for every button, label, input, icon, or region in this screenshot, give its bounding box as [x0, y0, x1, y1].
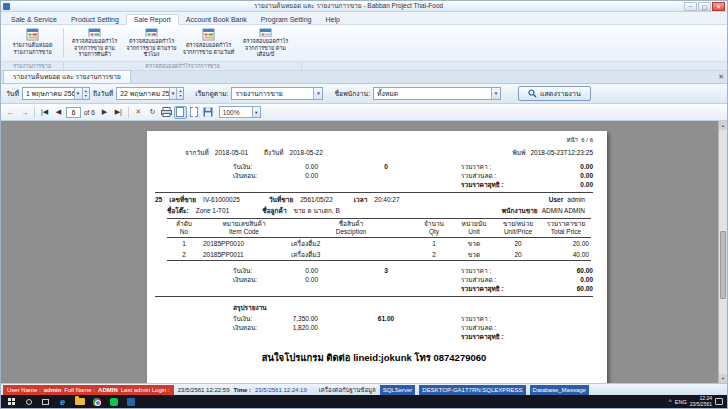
view-by-select[interactable]: รายงานการขาย ▼ — [231, 87, 323, 100]
stop-icon[interactable]: ✕ — [132, 106, 145, 119]
date-from-stepper[interactable]: ▲▼ — [82, 88, 89, 99]
previous-receipt-totals: รับเงิน:0.00 เงินทอน:0.00 0 รวมราคา :0.0… — [155, 162, 593, 189]
export-button[interactable] — [202, 106, 215, 119]
close-button[interactable]: ✕ — [712, 2, 725, 11]
last-login-value: 23/5/2561 12:22:59 — [178, 387, 230, 393]
date-to-label: ถึงวันที่ — [93, 88, 113, 99]
ribbon-separator — [63, 28, 64, 58]
spin-down-icon[interactable]: ▼ — [177, 94, 183, 100]
panel-close-icon[interactable]: ✕ — [718, 73, 724, 80]
chevron-down-icon[interactable]: ▼ — [169, 88, 177, 99]
ribbon-group-caption: รายงานการขาย — [1, 62, 64, 70]
qty-total: 61.00 — [333, 314, 439, 341]
report-icon — [145, 28, 158, 37]
refresh-icon[interactable]: ↻ — [146, 106, 159, 119]
employee-select[interactable]: ทั้งหมด ▼ — [373, 87, 501, 100]
receipt-no: 25 — [155, 195, 162, 204]
tab-sale-service[interactable]: Sale & Service — [4, 15, 64, 24]
ribbon-group-caption: ตรวจสอบยอดกำไรจากการขาย — [64, 62, 302, 70]
back-icon[interactable]: ← — [4, 106, 17, 119]
status-bar: User Name :admin Full Name :ADMIN Last a… — [1, 383, 727, 395]
tray-chevron-up-icon[interactable]: ^ — [669, 398, 672, 405]
task-view-button[interactable] — [37, 395, 54, 408]
window-title: รายงานค้นหยอด และ รายงานการขาย - Babban … — [13, 1, 684, 11]
pinned-app-button[interactable] — [122, 395, 139, 408]
chevron-down-icon[interactable]: ▼ — [74, 88, 82, 99]
line-icon — [110, 398, 118, 406]
report-viewer-toolbar: ← → |◀ ◀ of 6 ▶ ▶| ✕ ↻ 100% ▼ — [1, 104, 727, 121]
filter-bar: วันที่ 1 พฤษภาคม 2561 ▼ ▲▼ ถึงวันที่ 22 … — [1, 84, 727, 104]
toolbar-separator — [34, 107, 35, 118]
page-of-label: of 6 — [84, 109, 95, 116]
report-icon — [259, 28, 272, 37]
sales-report-button[interactable]: รายงานค้นหยอด รายงานการขาย — [4, 26, 61, 60]
tab-account-book-bank[interactable]: Account Book Bank — [179, 15, 254, 24]
profit-by-item-button[interactable]: ตรวจสอบยอดกำไร จากการขาย ตามรายการสินค้า — [66, 26, 123, 60]
show-report-button[interactable]: แสดงรายงาน — [518, 86, 591, 101]
zoom-select[interactable]: 100% ▼ — [219, 106, 261, 118]
zoom-value: 100% — [223, 109, 240, 116]
ribbon-tab-strip: Sale & Service Product Setting Sale Repo… — [1, 12, 727, 25]
view-by-value: รายงานการขาย — [235, 88, 282, 99]
minimize-button[interactable]: – — [684, 2, 697, 11]
tab-product-setting[interactable]: Product Setting — [64, 15, 126, 24]
ribbon-button-label: รายงานค้นหยอด — [13, 42, 53, 49]
date-to-value: 22 พฤษภาคม 2561 — [120, 88, 168, 99]
document-tab[interactable]: รายงานค้นหยอด และ รายงานการขาย — [3, 70, 131, 83]
spin-down-icon[interactable]: ▼ — [83, 94, 89, 100]
receipt-header-row1: 25 เลขที่ขาย IV-61000025 วันที่ขาย 2561/… — [155, 195, 593, 204]
last-page-button[interactable]: ▶| — [112, 106, 125, 119]
taskbar-clock[interactable]: 12:2423/5/2561 — [690, 396, 712, 407]
page-setup-button[interactable] — [188, 106, 201, 119]
qty-total: 0 — [333, 162, 439, 189]
page-number-input[interactable] — [66, 107, 81, 118]
windows-taskbar: e ^ ENG 12:2423/5/2561 — [1, 395, 727, 408]
scrollbar-thumb[interactable] — [720, 231, 726, 299]
print-layout-button[interactable] — [174, 106, 187, 119]
tab-program-setting[interactable]: Program Setting — [254, 15, 319, 24]
chevron-down-icon[interactable]: ▼ — [313, 88, 322, 99]
language-indicator[interactable]: ENG — [675, 399, 687, 405]
first-page-button[interactable]: |◀ — [38, 106, 51, 119]
tab-sale-report[interactable]: Sale Report — [126, 14, 179, 25]
notification-center-icon[interactable] — [715, 398, 723, 405]
divider — [155, 192, 593, 193]
chrome-taskbar-button[interactable] — [88, 395, 105, 408]
previous-page-button[interactable]: ◀ — [52, 106, 65, 119]
user-status-chip: User Name :admin Full Name :ADMIN Last a… — [3, 385, 174, 395]
scroll-down-icon[interactable]: ▼ — [719, 374, 727, 383]
folder-icon — [75, 398, 85, 405]
profit-by-date-button[interactable]: ตรวจสอบยอดกำไร จากการขาย ตามวันที่ — [180, 26, 237, 60]
task-view-icon — [42, 399, 49, 405]
line-app-button[interactable] — [105, 395, 122, 408]
forward-icon[interactable]: → — [18, 106, 31, 119]
sale-number: IV-61000025 — [203, 195, 240, 204]
date-to-stepper[interactable]: ▲▼ — [176, 88, 183, 99]
user-value: admin — [567, 195, 585, 204]
chevron-down-icon[interactable]: ▼ — [491, 88, 500, 99]
divider — [155, 296, 593, 297]
ribbon-button-label: จากการขาย ตามเดือน/ปี — [239, 45, 292, 58]
chevron-down-icon[interactable]: ▼ — [252, 107, 260, 117]
printer-icon — [161, 107, 172, 117]
db-host-chip: DESKTOP-GA1T7RN:SQLEXPRESS — [419, 385, 525, 395]
file-explorer-button[interactable] — [71, 395, 88, 408]
tab-help[interactable]: Help — [318, 15, 346, 24]
scroll-up-icon[interactable]: ▲ — [719, 121, 727, 130]
print-button[interactable] — [160, 106, 173, 119]
toolbar-separator — [128, 107, 129, 118]
edge-taskbar-button[interactable]: e — [54, 395, 71, 408]
start-button[interactable] — [3, 395, 20, 408]
to-date-label: ถึงวันที่ — [264, 148, 284, 157]
date-from-picker[interactable]: 1 พฤษภาคม 2561 ▼ ▲▼ — [22, 87, 90, 100]
search-button[interactable] — [20, 395, 37, 408]
profit-by-hour-button[interactable]: ตรวจสอบยอดกำไร จากการขาย ตามรายชั่วโมง — [123, 26, 180, 60]
receipt-totals: รับเงิน:0.00 เงินทอน:0.00 3 รวมราคา :60.… — [155, 266, 593, 293]
profit-by-month-button[interactable]: ตรวจสอบยอดกำไร จากการขาย ตามเดือน/ปี — [237, 26, 294, 60]
printed-value: 2018-05-23T12:23:25 — [530, 148, 593, 157]
maximize-button[interactable]: ▢ — [698, 2, 711, 11]
next-page-button[interactable]: ▶ — [98, 106, 111, 119]
date-to-picker[interactable]: 22 พฤษภาคม 2561 ▼ ▲▼ — [116, 87, 184, 100]
page-layout-icon — [176, 107, 184, 117]
vertical-scrollbar[interactable]: ▲ ▼ — [718, 121, 727, 383]
